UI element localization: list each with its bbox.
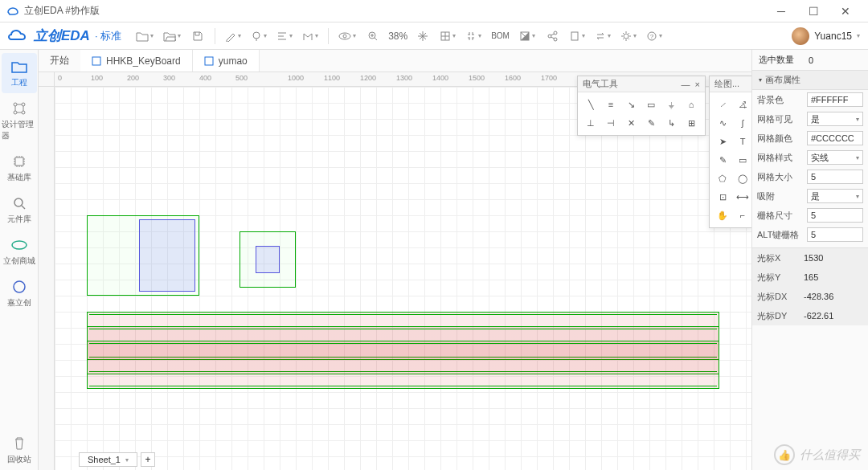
rect-tool[interactable]: ▭ [734,152,751,168]
logo-text: 立创EDA [34,27,90,45]
probe-tool[interactable]: ✎ [642,115,660,131]
prop-value[interactable]: 5 [807,208,863,223]
sidebar-item-component-library[interactable]: 元件库 [2,190,37,230]
ruler-vertical[interactable] [39,87,55,470]
pan-tool[interactable]: ✋ [714,207,731,223]
bom-button[interactable]: BOM [488,26,513,47]
wire-tool[interactable]: ╲ [582,96,600,112]
arrow-tool[interactable]: ➤ [714,133,731,149]
align-tool-button[interactable] [273,26,296,47]
window-close-button[interactable]: ✕ [829,0,862,22]
netport-tool[interactable]: ▭ [642,96,660,112]
prop-value[interactable]: #CCCCCC [807,131,863,145]
zoom-fit-button[interactable] [412,26,433,47]
app-icon [6,5,19,18]
vcc-tool[interactable]: ⊥ [582,115,600,131]
image-tool[interactable]: ⊡ [714,189,731,205]
prop-value[interactable]: 是 [807,189,863,203]
prop-value[interactable]: #FFFFFF [807,92,863,107]
schematic-icon [204,56,214,66]
noconnect-tool[interactable]: ⊣ [602,115,620,131]
schematic-canvas[interactable]: Sheet_1▾ + [55,87,751,470]
share-button[interactable] [542,26,563,47]
sidebar-item-trash[interactable]: 回收站 [2,430,37,470]
prop-value[interactable]: 是 [807,112,863,126]
tab-start[interactable]: 开始 [39,50,80,72]
tab-hhkb[interactable]: HHKB_KeyBoard [80,50,193,72]
sheet-tab[interactable]: Sheet_1▾ [79,452,137,467]
sidebar-item-project[interactable]: 工程 [2,53,37,93]
zoom-level[interactable]: 38% [387,31,409,42]
draw-tools-palette[interactable]: 绘图... ⟋ ⦨ ∿ ∫ ➤ T ✎ ▭ ⬠ ◯ ⊡ ⟷ ✋ ⌐ [709,76,751,228]
electrical-tools-palette[interactable]: 电气工具—× ╲ ≡ ↘ ▭ ⏚ ⌂ ⊥ ⊣ ✕ ✎ ↳ ⊞ [577,76,706,136]
gear-menu-button[interactable] [617,26,640,47]
file-menu-button[interactable] [133,26,157,47]
ellipse-tool[interactable]: ◯ [734,170,751,186]
tab-yumao[interactable]: yumao [193,50,260,72]
bezier-tool[interactable]: ∫ [734,115,751,131]
net-tool[interactable]: ↘ [622,96,640,112]
junction-tool[interactable]: ✕ [622,115,640,131]
measure-tool[interactable]: ⌐ [734,207,751,223]
window-maximize-button[interactable]: ☐ [797,0,829,22]
sidebar-item-base-library[interactable]: 基础库 [2,148,37,188]
prop-label: 网格可见 [757,113,804,125]
jlc-icon [10,278,28,296]
main-toolbar: 立创EDA · 标准 38% BOM ? Yuanc15 ▾ [0,22,868,50]
bus-tool[interactable]: ≡ [602,96,620,112]
prop-value[interactable]: 实线 [807,150,863,165]
freehand-tool[interactable]: ✎ [714,152,731,168]
schematic-row[interactable] [87,341,719,389]
polyline-tool[interactable]: ⦨ [734,96,751,112]
cursor-value: 1530 [800,251,863,265]
label-tool[interactable]: ⌂ [682,96,700,112]
svg-point-2 [343,35,346,38]
dimension-tool[interactable]: ⟷ [734,189,751,205]
settings-tool-button[interactable] [462,26,485,47]
busentry-tool[interactable]: ↳ [662,115,680,131]
place-tool-button[interactable] [248,26,270,47]
gnd-tool[interactable]: ⏚ [662,96,680,112]
minimize-icon[interactable]: — [682,80,690,89]
lcsc-icon [10,236,28,254]
text-tool[interactable]: T [734,133,751,149]
prop-value[interactable]: 5 [807,170,863,184]
svg-rect-21 [92,57,100,65]
sidebar-item-jlc[interactable]: 嘉立创 [2,273,37,313]
schematic-ic[interactable] [139,219,195,292]
user-menu-caret[interactable]: ▾ [857,32,860,39]
save-button[interactable] [187,26,208,47]
add-sheet-button[interactable]: + [141,452,155,467]
help-menu-button[interactable]: ? [643,26,665,47]
logo-edition: · 标准 [95,29,121,43]
schematic-ic[interactable] [256,246,280,273]
close-icon[interactable]: × [695,80,700,89]
canvas-props-header[interactable]: ▾画布属性 [752,71,868,90]
convert-button[interactable] [592,26,614,47]
avatar[interactable] [792,27,809,45]
prop-label: 网格样式 [757,152,804,164]
sidebar-item-design-manager[interactable]: 设计管理器 [2,95,37,146]
cursor-label: 光标Y [757,272,797,284]
pencil-tool-button[interactable] [222,26,244,47]
open-menu-button[interactable] [160,26,184,47]
line-tool[interactable]: ⟋ [714,96,731,112]
polygon-tool[interactable]: ⬠ [714,170,731,186]
cursor-value: -622.61 [800,309,863,323]
export-button[interactable] [566,26,588,47]
theme-button[interactable] [516,26,538,47]
folder-icon [10,58,28,76]
arc-tool[interactable]: ∿ [714,115,731,131]
cursor-label: 光标X [757,252,797,264]
zoom-in-button[interactable] [362,26,383,47]
distribute-tool-button[interactable] [299,26,321,47]
svg-point-13 [14,103,17,106]
sidebar-item-lcsc[interactable]: 立创商城 [2,231,37,272]
array-tool[interactable]: ⊞ [682,115,700,131]
view-menu-button[interactable] [335,26,359,47]
window-minimize-button[interactable]: ─ [765,0,797,22]
prop-row: 网格大小5 [752,167,868,186]
username[interactable]: Yuanc15 [814,31,852,42]
prop-value[interactable]: 5 [807,227,863,242]
grid-menu-button[interactable] [436,26,459,47]
